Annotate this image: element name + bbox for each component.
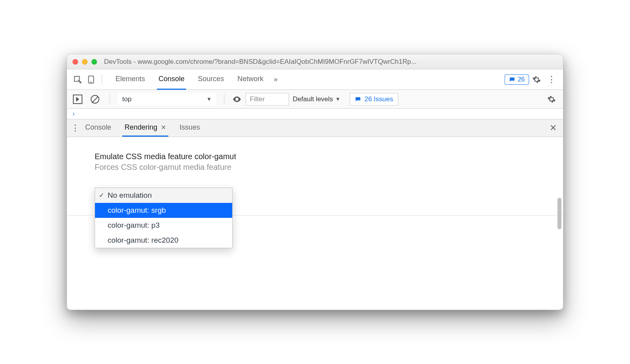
drawer-tab-label: Rendering bbox=[125, 123, 157, 131]
separator bbox=[102, 74, 102, 85]
separator bbox=[224, 94, 224, 104]
log-levels-selector[interactable]: Default levels ▼ bbox=[293, 95, 341, 103]
tab-console[interactable]: Console bbox=[157, 69, 186, 90]
chevron-down-icon: ▼ bbox=[336, 96, 341, 102]
live-expression-icon[interactable] bbox=[232, 95, 242, 104]
settings-icon[interactable] bbox=[529, 75, 544, 84]
close-icon[interactable] bbox=[73, 59, 78, 65]
more-tabs-chevron-icon[interactable]: » bbox=[274, 75, 278, 84]
close-icon[interactable]: ✕ bbox=[161, 124, 166, 131]
issues-icon bbox=[355, 96, 361, 102]
levels-label: Default levels bbox=[293, 95, 333, 103]
inspect-icon[interactable] bbox=[71, 73, 84, 86]
setting-heading: Emulate CSS media feature color-gamut bbox=[95, 152, 535, 161]
color-gamut-dropdown: ✓ No emulation color-gamut: srgb color-g… bbox=[95, 188, 233, 248]
check-icon: ✓ bbox=[99, 191, 104, 199]
maximize-icon[interactable] bbox=[91, 59, 97, 65]
show-console-sidebar-icon[interactable] bbox=[71, 93, 84, 106]
tab-sources[interactable]: Sources bbox=[196, 69, 226, 90]
issues-count: 26 bbox=[518, 76, 525, 83]
issues-button[interactable]: 26 Issues bbox=[350, 93, 398, 106]
clear-console-icon[interactable] bbox=[88, 93, 102, 106]
console-prompt[interactable]: › bbox=[67, 109, 563, 119]
main-toolbar: Elements Console Sources Network » 26 ⋮ bbox=[67, 69, 563, 90]
issues-button-label: 26 Issues bbox=[364, 95, 393, 103]
context-label: top bbox=[122, 95, 132, 103]
dropdown-option-srgb[interactable]: color-gamut: srgb bbox=[95, 203, 232, 218]
drawer-tab-console[interactable]: Console bbox=[83, 119, 114, 137]
drawer-tab-issues[interactable]: Issues bbox=[177, 119, 202, 137]
option-label: No emulation bbox=[108, 191, 152, 199]
console-toolbar: top ▼ Filter Default levels ▼ 26 Issues bbox=[67, 90, 563, 109]
device-toggle-icon[interactable] bbox=[84, 73, 98, 86]
dropdown-option-p3[interactable]: color-gamut: p3 bbox=[95, 218, 232, 233]
kebab-menu-icon[interactable]: ⋮ bbox=[544, 74, 559, 85]
scrollbar-thumb[interactable] bbox=[557, 198, 561, 229]
window-controls bbox=[73, 59, 97, 65]
issues-badge[interactable]: 26 bbox=[505, 74, 529, 85]
main-tabs: Elements Console Sources Network bbox=[114, 69, 265, 90]
dropdown-option-rec2020[interactable]: color-gamut: rec2020 bbox=[95, 233, 232, 248]
drawer-toolbar: ⋮ Console Rendering ✕ Issues ✕ bbox=[67, 119, 563, 137]
console-settings-icon[interactable] bbox=[544, 95, 559, 104]
issues-icon bbox=[509, 76, 515, 83]
tab-network[interactable]: Network bbox=[236, 69, 265, 90]
drawer-close-icon[interactable]: ✕ bbox=[547, 123, 559, 133]
window-title: DevTools - www.google.com/chrome/?brand=… bbox=[104, 58, 557, 66]
titlebar: DevTools - www.google.com/chrome/?brand=… bbox=[67, 54, 563, 69]
rendering-panel: Emulate CSS media feature color-gamut Fo… bbox=[67, 137, 563, 245]
drawer-menu-icon[interactable]: ⋮ bbox=[71, 123, 83, 133]
filter-input[interactable]: Filter bbox=[246, 93, 289, 106]
context-selector[interactable]: top ▼ bbox=[118, 93, 216, 105]
drawer-tab-rendering[interactable]: Rendering ✕ bbox=[122, 119, 168, 137]
tab-elements[interactable]: Elements bbox=[114, 69, 147, 90]
devtools-window: DevTools - www.google.com/chrome/?brand=… bbox=[67, 54, 563, 310]
chevron-down-icon: ▼ bbox=[207, 96, 212, 102]
minimize-icon[interactable] bbox=[82, 59, 88, 65]
separator bbox=[110, 94, 110, 104]
setting-subheading: Forces CSS color-gamut media feature bbox=[95, 163, 535, 172]
dropdown-option-current[interactable]: ✓ No emulation bbox=[95, 188, 232, 203]
